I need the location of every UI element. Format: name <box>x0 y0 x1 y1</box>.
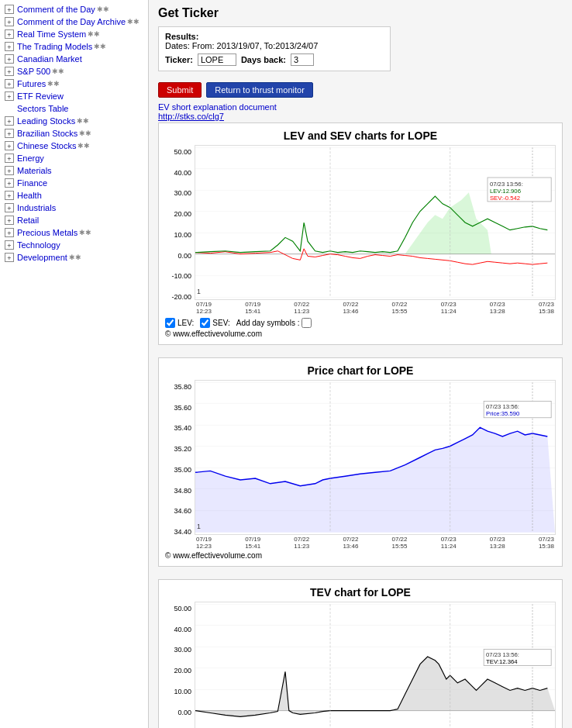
dates-line: Results: Dates: From: 2013/19/07, To:201… <box>165 32 384 50</box>
sidebar-icon-precious-metals: + <box>5 228 14 237</box>
sev-checkbox-label: SEV: <box>200 318 229 328</box>
sidebar-icon-canadian-market: + <box>5 54 14 64</box>
results-box: Results: Dates: From: 2013/19/07, To:201… <box>158 26 391 71</box>
sidebar-icon-sp500: + <box>5 67 14 76</box>
sidebar-item-trading-models[interactable]: +The Trading Models✱✱ <box>0 40 148 53</box>
sidebar-item-retail[interactable]: +Retail <box>0 214 148 226</box>
svg-text:LEV:12.906: LEV:12.906 <box>490 188 521 195</box>
sidebar-item-development[interactable]: +Development✱✱ <box>0 251 148 264</box>
sidebar-label-health: Health <box>17 191 42 200</box>
main-content: Get Ticker Results: Dates: From: 2013/19… <box>149 0 572 728</box>
add-day-checkbox[interactable] <box>302 318 312 328</box>
sidebar-icon-retail: + <box>5 216 14 225</box>
sidebar-icon-materials: + <box>5 166 14 175</box>
sidebar-label-etf-review: ETF Review <box>17 91 64 101</box>
sidebar-ext-leading-stocks: ✱✱ <box>77 117 89 125</box>
sidebar-icon-health: + <box>5 191 14 200</box>
lev-sev-chart-area: 07/23 13:56: LEV:12.906 SEV:-0.542 1 07/… <box>195 145 556 315</box>
sidebar-item-health[interactable]: +Health <box>0 189 148 202</box>
tev-chart-container: TEV chart for LOPE 50.00 40.00 30.00 20.… <box>158 579 563 728</box>
button-row: Submit Return to thrust monitor <box>158 82 563 98</box>
sidebar-item-brazilian-stocks[interactable]: +Brazilian Stocks✱✱ <box>0 127 148 140</box>
sidebar-ext-comment-day-archive: ✱✱ <box>127 18 140 26</box>
price-y-axis: 35.80 35.60 35.40 35.20 35.00 34.80 34.6… <box>165 380 195 550</box>
tev-chart-title: TEV chart for LOPE <box>165 586 556 599</box>
sidebar-label-leading-stocks: Leading Stocks <box>17 116 75 126</box>
sidebar-label-materials: Materials <box>17 166 52 175</box>
sidebar-ext-brazilian-stocks: ✱✱ <box>79 129 91 137</box>
tev-chart-area: 07/23 13:56: TEV:12.364 1 07/1912:23 07/… <box>195 602 556 728</box>
ev-short-link[interactable]: http://stks.co/clg7 <box>158 112 224 121</box>
svg-text:07/23 13:56:: 07/23 13:56: <box>486 651 519 658</box>
sidebar-item-futures[interactable]: +Futures✱✱ <box>0 78 148 90</box>
page-title: Get Ticker <box>158 6 563 20</box>
svg-text:1: 1 <box>197 288 201 295</box>
sidebar-item-finance[interactable]: +Finance <box>0 177 148 189</box>
sidebar-ext-precious-metals: ✱✱ <box>79 229 91 236</box>
sidebar-item-leading-stocks[interactable]: +Leading Stocks✱✱ <box>0 115 148 127</box>
svg-text:TEV:12.364: TEV:12.364 <box>486 658 518 665</box>
sev-checkbox[interactable] <box>200 318 210 328</box>
sidebar-icon-technology: + <box>5 240 14 250</box>
sidebar-label-comment-day-archive: Comment of the Day Archive <box>17 17 126 26</box>
sidebar-icon-etf-review: + <box>5 91 14 101</box>
sidebar-item-materials[interactable]: +Materials <box>0 164 148 177</box>
sidebar-label-retail: Retail <box>17 216 39 225</box>
add-day-label: Add day symbols : <box>236 319 300 327</box>
sidebar-label-canadian-market: Canadian Market <box>17 54 82 64</box>
submit-button[interactable]: Submit <box>158 82 202 98</box>
sidebar-ext-chinese-stocks: ✱✱ <box>78 142 90 150</box>
sidebar-label-comment-of-the-day: Comment of the Day <box>17 5 95 14</box>
sidebar: +Comment of the Day✱✱+Comment of the Day… <box>0 0 149 728</box>
ticker-label: Ticker: <box>165 55 193 64</box>
sidebar-label-development: Development <box>17 253 67 262</box>
sidebar-item-energy[interactable]: +Energy <box>0 152 148 164</box>
price-x-labels: 07/1912:23 07/1915:41 07/2211:23 07/2213… <box>195 536 556 550</box>
sidebar-item-industrials[interactable]: +Industrials <box>0 202 148 214</box>
sidebar-item-comment-of-the-day[interactable]: +Comment of the Day✱✱ <box>0 3 148 16</box>
sidebar-item-comment-day-archive[interactable]: +Comment of the Day Archive✱✱ <box>0 16 148 28</box>
sidebar-item-sectors-table[interactable]: Sectors Table <box>0 102 148 115</box>
sidebar-icon-comment-day-archive: + <box>5 17 14 26</box>
sidebar-icon-brazilian-stocks: + <box>5 129 14 138</box>
sidebar-label-brazilian-stocks: Brazilian Stocks <box>17 129 78 138</box>
sidebar-ext-futures: ✱✱ <box>47 80 60 88</box>
sidebar-icon-development: + <box>5 253 14 262</box>
sidebar-icon-futures: + <box>5 79 14 88</box>
sidebar-label-precious-metals: Precious Metals <box>17 228 78 237</box>
price-chart-container: Price chart for LOPE 35.80 35.60 35.40 3… <box>158 357 563 567</box>
sidebar-label-chinese-stocks: Chinese Stocks <box>17 141 76 150</box>
lev-label: LEV: <box>177 319 194 327</box>
price-svg: 07/23 13:56: Price:35.590 1 <box>195 380 556 535</box>
sidebar-ext-development: ✱✱ <box>69 254 81 261</box>
tev-y-axis: 50.00 40.00 30.00 20.00 10.00 0.00 -10.0… <box>165 602 195 728</box>
sidebar-label-futures: Futures <box>17 79 46 88</box>
lev-checkbox[interactable] <box>165 318 175 328</box>
sidebar-item-sp500[interactable]: +S&P 500✱✱ <box>0 65 148 78</box>
sidebar-item-etf-review[interactable]: +ETF Review <box>0 90 148 102</box>
sidebar-item-chinese-stocks[interactable]: +Chinese Stocks✱✱ <box>0 140 148 152</box>
add-day-checkbox-label: Add day symbols : <box>236 318 312 328</box>
svg-text:1: 1 <box>197 523 201 530</box>
sidebar-label-real-time-system: Real Time System <box>17 29 86 39</box>
sidebar-icon-chinese-stocks: + <box>5 141 14 150</box>
price-chart-title: Price chart for LOPE <box>165 364 556 377</box>
lev-checkbox-label: LEV: <box>165 318 194 328</box>
sidebar-ext-trading-models: ✱✱ <box>94 43 106 50</box>
sidebar-label-sectors-table: Sectors Table <box>17 104 68 113</box>
sidebar-item-canadian-market[interactable]: +Canadian Market <box>0 53 148 65</box>
days-back-input[interactable] <box>291 53 314 66</box>
ticker-input[interactable] <box>198 53 236 66</box>
lev-sev-legend: LEV: SEV: Add day symbols : <box>165 318 556 328</box>
ticker-line: Ticker: Days back: <box>165 53 384 66</box>
lev-sev-y-axis: 50.00 40.00 30.00 20.00 10.00 0.00 -10.0… <box>165 145 195 315</box>
sidebar-item-precious-metals[interactable]: +Precious Metals✱✱ <box>0 226 148 239</box>
sidebar-icon-energy: + <box>5 154 14 163</box>
lev-sev-chart-container: LEV and SEV charts for LOPE 50.00 40.00 … <box>158 122 563 345</box>
sidebar-label-technology: Technology <box>17 240 60 250</box>
svg-text:Price:35.590: Price:35.590 <box>486 410 519 417</box>
lev-sev-x-labels: 07/1912:23 07/1915:41 07/2211:23 07/2213… <box>195 301 556 315</box>
sidebar-item-real-time-system[interactable]: +Real Time System✱✱ <box>0 28 148 40</box>
sidebar-item-technology[interactable]: +Technology <box>0 239 148 251</box>
return-button[interactable]: Return to thrust monitor <box>206 82 313 98</box>
